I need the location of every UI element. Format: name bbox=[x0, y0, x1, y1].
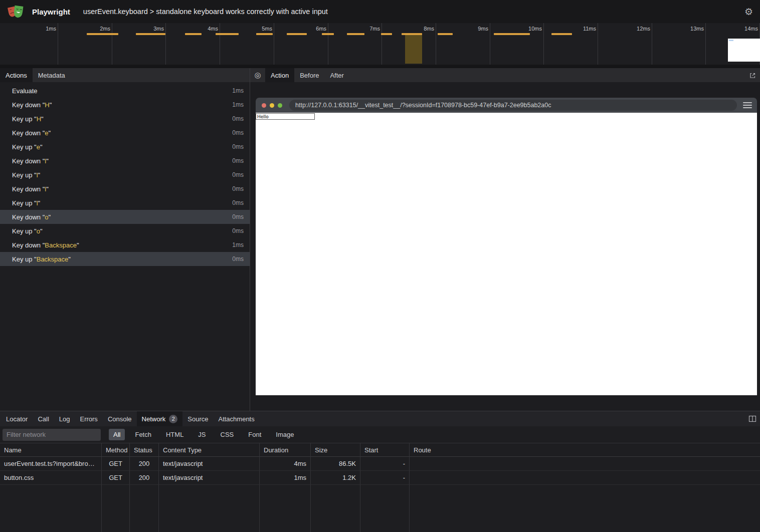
network-column-header[interactable]: Content Type bbox=[159, 443, 260, 457]
resource-filter-chip[interactable]: Font bbox=[244, 429, 266, 440]
target-icon[interactable]: ◎ bbox=[250, 68, 265, 82]
action-row[interactable]: Key down "o" 0ms bbox=[0, 210, 250, 224]
details-tabs-bar: Locator Call Log Errors bbox=[0, 411, 760, 426]
snapshot-tab[interactable]: After bbox=[324, 68, 349, 82]
network-filler-cell bbox=[311, 485, 360, 532]
filter-network-input[interactable] bbox=[3, 429, 101, 441]
snapshot-panel: ◎ Action Before After bbox=[250, 68, 760, 411]
net-status: 200 bbox=[130, 457, 159, 471]
action-label: Key up "l" bbox=[12, 199, 228, 207]
details-tab[interactable]: Call bbox=[33, 411, 54, 426]
app-title: Playwright bbox=[32, 8, 70, 16]
action-list: Evaluate 1ms Key down "H" 1ms Key up "H"… bbox=[0, 82, 250, 266]
network-table-header: Name Method Status Content Type Duration… bbox=[0, 443, 760, 457]
details-tab[interactable]: Attachments bbox=[213, 411, 259, 426]
external-link-icon[interactable] bbox=[745, 68, 760, 82]
action-row[interactable]: Key up "o" 0ms bbox=[0, 224, 250, 238]
timeline-action-bar bbox=[216, 33, 239, 35]
tabs-spacer bbox=[260, 411, 745, 426]
details-panel: Locator Call Log Errors bbox=[0, 411, 760, 532]
resource-filter-chip[interactable]: Fetch bbox=[130, 429, 156, 440]
network-filler-cell bbox=[260, 485, 311, 532]
action-duration: 0ms bbox=[232, 129, 244, 136]
resource-filter-chip[interactable]: Image bbox=[271, 429, 298, 440]
action-duration: 1ms bbox=[232, 241, 244, 248]
resource-filter-chip[interactable]: HTML bbox=[161, 429, 188, 440]
resource-filter-chip[interactable]: All bbox=[109, 429, 125, 440]
action-label: Key up "e" bbox=[12, 143, 228, 151]
action-row[interactable]: Key up "Backspace" 0ms bbox=[0, 252, 250, 266]
net-duration: 1ms bbox=[260, 471, 311, 485]
timeline-splitter[interactable] bbox=[0, 65, 760, 68]
action-row[interactable]: Key down "l" 0ms bbox=[0, 182, 250, 196]
details-tab[interactable]: Locator bbox=[1, 411, 33, 426]
toolbar-spacer bbox=[349, 68, 745, 82]
timeline-selected-region bbox=[405, 35, 422, 64]
details-tab[interactable]: Errors bbox=[75, 411, 102, 426]
action-row[interactable]: Key down "l" 0ms bbox=[0, 154, 250, 168]
network-table-row[interactable]: button.css GET 200 text/javascript 1ms 1… bbox=[0, 471, 760, 485]
network-column-header[interactable]: Start bbox=[360, 443, 410, 457]
net-size: 1.2K bbox=[311, 471, 360, 485]
minimize-window-icon bbox=[270, 103, 274, 108]
network-filler-cell bbox=[159, 485, 260, 532]
app-header: Playwright userEvent.keyboard > standalo… bbox=[0, 0, 760, 23]
page-text-input[interactable] bbox=[256, 113, 315, 120]
action-row[interactable]: Evaluate 1ms bbox=[0, 84, 250, 98]
net-method: GET bbox=[102, 457, 130, 471]
action-duration: 0ms bbox=[232, 255, 244, 262]
network-column-header[interactable]: Size bbox=[311, 443, 360, 457]
action-label: Key down "l" bbox=[12, 185, 228, 193]
action-label: Key up "H" bbox=[12, 115, 228, 123]
action-row[interactable]: Key up "l" 0ms bbox=[0, 168, 250, 182]
network-column-header[interactable]: Route bbox=[410, 443, 760, 457]
network-table-row[interactable]: userEvent.test.ts?import&bro… GET 200 te… bbox=[0, 457, 760, 471]
resource-filter-chip[interactable]: JS bbox=[194, 429, 210, 440]
network-count-badge: 2 bbox=[169, 415, 177, 423]
actions-panel-tabs: Actions Metadata bbox=[0, 68, 250, 82]
actions-panel-tab[interactable]: Metadata bbox=[33, 68, 71, 82]
actions-panel-tab[interactable]: Actions bbox=[0, 68, 33, 82]
snapshot-tab[interactable]: Before bbox=[294, 68, 324, 82]
timeline-action-bar bbox=[287, 33, 307, 35]
resource-type-filters: All Fetch HTML JS CSS Fon bbox=[109, 429, 298, 440]
action-row[interactable]: Key down "Backspace" 1ms bbox=[0, 238, 250, 252]
action-row[interactable]: Key up "H" 0ms bbox=[0, 112, 250, 126]
address-bar: http://127.0.0.1:63315/__vitest_test__/?… bbox=[289, 100, 737, 111]
maximize-window-icon bbox=[278, 103, 282, 108]
timeline[interactable]: 1ms 2ms 3ms 4ms 5ms 6ms 7ms bbox=[0, 23, 760, 65]
columns-icon[interactable] bbox=[745, 411, 760, 426]
details-tab[interactable]: Source bbox=[182, 411, 213, 426]
action-row[interactable]: Key up "l" 0ms bbox=[0, 196, 250, 210]
network-filler-cell bbox=[130, 485, 159, 532]
network-column-header[interactable]: Status bbox=[130, 443, 159, 457]
close-window-icon bbox=[262, 103, 266, 108]
details-tabs: Locator Call Log Errors bbox=[1, 411, 260, 426]
gear-icon[interactable]: ⚙ bbox=[744, 7, 753, 17]
network-column-header[interactable]: Method bbox=[102, 443, 130, 457]
action-duration: 0ms bbox=[232, 143, 244, 150]
details-tab[interactable]: Console bbox=[103, 411, 137, 426]
action-row[interactable]: Key down "H" 1ms bbox=[0, 98, 250, 112]
net-content-type: text/javascript bbox=[159, 471, 260, 485]
details-tab[interactable]: Network 2 bbox=[137, 411, 183, 426]
timeline-action-bar bbox=[185, 33, 202, 35]
action-duration: 1ms bbox=[232, 101, 244, 108]
resource-filter-chip[interactable]: CSS bbox=[216, 429, 239, 440]
details-tab[interactable]: Log bbox=[54, 411, 75, 426]
network-column-header[interactable]: Name bbox=[0, 443, 102, 457]
timeline-action-bar bbox=[87, 33, 118, 35]
network-column-header[interactable]: Duration bbox=[260, 443, 311, 457]
action-row[interactable]: Key up "e" 0ms bbox=[0, 140, 250, 154]
hamburger-menu-icon bbox=[743, 102, 752, 108]
network-filler-cell bbox=[0, 485, 102, 532]
timeline-action-bar bbox=[438, 33, 453, 35]
action-label: Key down "Backspace" bbox=[12, 241, 228, 249]
timeline-film-strip-thumbnail[interactable] bbox=[728, 39, 760, 62]
timeline-action-bar bbox=[494, 33, 530, 35]
net-name: button.css bbox=[0, 471, 102, 485]
page-snapshot bbox=[256, 113, 757, 395]
snapshot-tab[interactable]: Action bbox=[265, 68, 294, 82]
action-row[interactable]: Key down "e" 0ms bbox=[0, 126, 250, 140]
snapshot-area: http://127.0.0.1:63315/__vitest_test__/?… bbox=[250, 82, 760, 411]
